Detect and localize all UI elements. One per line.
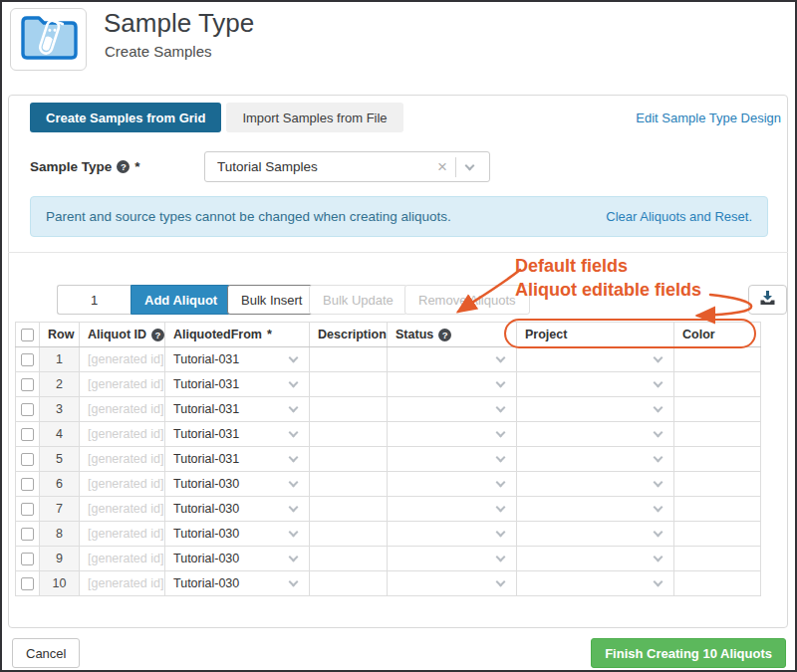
chevron-down-icon xyxy=(654,553,664,562)
clear-aliquots-reset-link[interactable]: Clear Aliquots and Reset. xyxy=(606,209,752,224)
chevron-down-icon xyxy=(289,503,299,513)
aliquoted-from-select[interactable]: Tutorial-031 xyxy=(165,372,310,397)
status-select[interactable] xyxy=(388,522,517,547)
color-cell[interactable] xyxy=(674,571,761,596)
help-icon[interactable]: ? xyxy=(438,329,451,341)
description-cell[interactable] xyxy=(310,397,388,422)
row-checkbox[interactable] xyxy=(21,528,34,541)
status-select[interactable] xyxy=(388,497,517,522)
description-cell[interactable] xyxy=(310,571,388,596)
description-cell[interactable] xyxy=(310,547,388,571)
project-select[interactable] xyxy=(517,497,674,522)
chevron-down-icon xyxy=(496,378,506,388)
description-cell[interactable] xyxy=(310,447,388,472)
project-select[interactable] xyxy=(517,571,674,596)
color-cell[interactable] xyxy=(674,447,761,472)
aliquoted-from-value: Tutorial-030 xyxy=(173,527,290,541)
project-select[interactable] xyxy=(517,472,674,497)
aliquoted-from-value: Tutorial-031 xyxy=(173,452,290,466)
color-cell[interactable] xyxy=(674,347,761,372)
clear-x-icon[interactable]: × xyxy=(429,158,455,175)
project-select[interactable] xyxy=(517,397,674,422)
grid-row: 2 [generated id] Tutorial-031 xyxy=(16,372,761,397)
row-checkbox[interactable] xyxy=(21,353,34,366)
aliquoted-from-select[interactable]: Tutorial-030 xyxy=(165,472,310,497)
color-cell[interactable] xyxy=(674,497,761,522)
edit-sample-type-design-link[interactable]: Edit Sample Type Design xyxy=(636,111,781,125)
color-cell[interactable] xyxy=(674,522,761,547)
row-checkbox[interactable] xyxy=(21,403,34,416)
help-icon[interactable]: ? xyxy=(117,160,130,173)
select-all-checkbox[interactable] xyxy=(21,329,34,341)
row-checkbox[interactable] xyxy=(21,553,34,565)
required-asterisk: * xyxy=(134,159,139,174)
grid-row: 7 [generated id] Tutorial-030 xyxy=(16,497,761,522)
finish-creating-aliquots-button[interactable]: Finish Creating 10 Aliquots xyxy=(591,638,786,668)
color-cell[interactable] xyxy=(674,472,761,497)
aliquoted-from-select[interactable]: Tutorial-031 xyxy=(165,422,310,447)
aliquoted-from-select[interactable]: Tutorial-030 xyxy=(165,547,310,571)
add-aliquot-button[interactable]: Add Aliquot xyxy=(131,285,231,315)
project-select[interactable] xyxy=(517,547,674,571)
status-select[interactable] xyxy=(388,472,517,497)
project-select[interactable] xyxy=(517,522,674,547)
project-select[interactable] xyxy=(517,372,674,397)
row-checkbox[interactable] xyxy=(21,478,34,491)
status-select[interactable] xyxy=(388,447,517,472)
row-checkbox[interactable] xyxy=(21,503,34,516)
aliquoted-from-select[interactable]: Tutorial-030 xyxy=(165,571,310,596)
page-title: Sample Type xyxy=(104,8,254,39)
row-number: 5 xyxy=(40,447,80,472)
aliquot-count-input[interactable] xyxy=(57,285,131,315)
row-number: 2 xyxy=(40,372,80,397)
remove-aliquots-button[interactable]: Remove Aliquots xyxy=(404,285,530,315)
color-cell[interactable] xyxy=(674,372,761,397)
aliquoted-from-value: Tutorial-031 xyxy=(173,402,290,416)
row-checkbox[interactable] xyxy=(21,428,34,441)
tab-create-from-grid[interactable]: Create Samples from Grid xyxy=(30,103,221,132)
row-checkbox[interactable] xyxy=(21,378,34,391)
status-select[interactable] xyxy=(388,422,517,447)
row-checkbox[interactable] xyxy=(21,577,34,590)
description-cell[interactable] xyxy=(310,497,388,522)
tab-import-from-file[interactable]: Import Samples from File xyxy=(226,103,402,132)
color-cell[interactable] xyxy=(674,547,761,571)
aliquot-id-cell: [generated id] xyxy=(80,372,165,397)
status-select[interactable] xyxy=(388,571,517,596)
chevron-down-icon xyxy=(496,553,506,562)
bulk-update-button[interactable]: Bulk Update xyxy=(309,285,407,315)
aliquoted-from-select[interactable]: Tutorial-031 xyxy=(165,397,310,422)
description-cell[interactable] xyxy=(310,347,388,372)
export-button[interactable] xyxy=(748,285,787,315)
bulk-insert-button[interactable]: Bulk Insert xyxy=(227,285,316,315)
sample-type-select[interactable]: Tutorial Samples × xyxy=(204,151,490,182)
status-select[interactable] xyxy=(388,397,517,422)
aliquoted-from-select[interactable]: Tutorial-031 xyxy=(165,447,310,472)
project-select[interactable] xyxy=(517,347,674,372)
aliquoted-from-select[interactable]: Tutorial-030 xyxy=(165,522,310,547)
description-cell[interactable] xyxy=(310,372,388,397)
row-checkbox[interactable] xyxy=(21,453,34,466)
cancel-button[interactable]: Cancel xyxy=(12,638,80,668)
chevron-down-icon xyxy=(654,503,664,513)
column-header-aliquoted-from: AliquotedFrom* xyxy=(165,323,310,347)
grid-row: 1 [generated id] Tutorial-031 xyxy=(16,347,761,372)
color-cell[interactable] xyxy=(674,397,761,422)
chevron-down-icon[interactable] xyxy=(465,160,475,170)
status-select[interactable] xyxy=(388,372,517,397)
status-select[interactable] xyxy=(388,347,517,372)
status-select[interactable] xyxy=(388,547,517,571)
project-select[interactable] xyxy=(517,447,674,472)
description-cell[interactable] xyxy=(310,472,388,497)
help-icon[interactable]: ? xyxy=(151,329,164,341)
description-cell[interactable] xyxy=(310,422,388,447)
download-icon xyxy=(759,290,776,310)
chevron-down-icon xyxy=(289,528,299,538)
chevron-down-icon xyxy=(654,378,664,388)
color-cell[interactable] xyxy=(674,422,761,447)
aliquoted-from-select[interactable]: Tutorial-030 xyxy=(165,497,310,522)
description-cell[interactable] xyxy=(310,522,388,547)
project-select[interactable] xyxy=(517,422,674,447)
aliquoted-from-select[interactable]: Tutorial-031 xyxy=(165,347,310,372)
chevron-down-icon xyxy=(654,528,664,538)
